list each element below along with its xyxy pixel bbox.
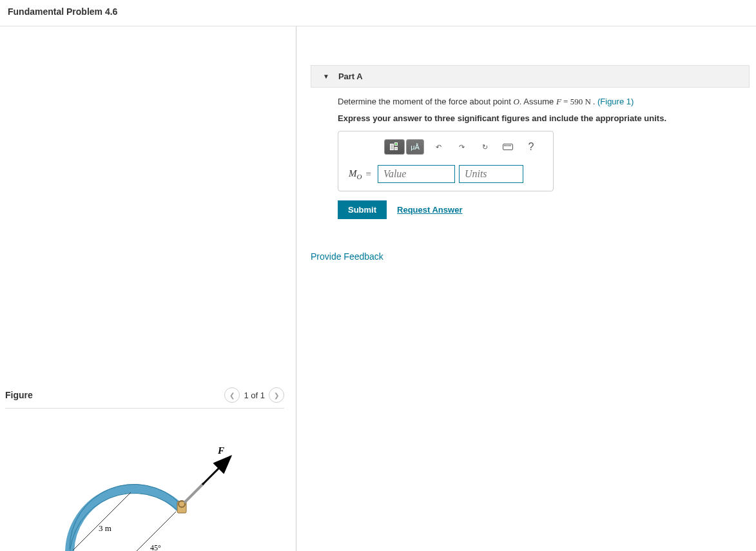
keyboard-button[interactable] xyxy=(499,139,517,155)
equals-sign: = xyxy=(365,169,371,180)
redo-button[interactable]: ↷ xyxy=(452,139,470,155)
reset-icon: ↻ xyxy=(482,143,488,151)
button-row: Submit Request Answer xyxy=(338,200,750,219)
diagram-svg: O 3 m 45° xyxy=(44,434,250,551)
question-mid: . Assume xyxy=(519,97,556,106)
figure-nav: ❮ 1 of 1 ❯ xyxy=(224,387,284,403)
undo-icon: ↶ xyxy=(436,143,441,151)
radius-label: 3 m xyxy=(99,523,111,533)
figure-link[interactable]: (Figure 1) xyxy=(597,97,634,106)
part-a-body: Determine the moment of the force about … xyxy=(311,88,750,219)
force-label: F xyxy=(217,445,224,456)
figure-nav-text: 1 of 1 xyxy=(244,391,265,400)
value-input[interactable] xyxy=(378,165,455,183)
undo-button[interactable]: ↶ xyxy=(429,139,447,155)
chevron-left-icon: ❮ xyxy=(229,392,235,399)
help-icon: ? xyxy=(528,141,534,153)
svg-line-17 xyxy=(202,456,231,485)
answer-var-sub: O xyxy=(357,173,362,180)
provide-feedback-link[interactable]: Provide Feedback xyxy=(311,251,383,262)
answer-var-main: M xyxy=(349,168,357,179)
part-a-title: Part A xyxy=(338,72,363,81)
page-header: Fundamental Problem 4.6 xyxy=(0,0,756,26)
part-a-header[interactable]: ▼ Part A xyxy=(311,65,750,88)
figure-prev-button[interactable]: ❮ xyxy=(224,387,240,403)
mu-angstrom-icon: μÅ xyxy=(411,143,420,151)
caret-down-icon: ▼ xyxy=(323,73,329,80)
template-button[interactable] xyxy=(384,139,405,155)
figure-section: Figure ❮ 1 of 1 ❯ xyxy=(5,387,284,551)
answer-variable: MO xyxy=(349,168,362,180)
reset-button[interactable]: ↻ xyxy=(476,139,494,155)
request-answer-link[interactable]: Request Answer xyxy=(397,205,462,215)
question-prefix: Determine the moment of the force about … xyxy=(338,97,513,106)
right-panel: ▼ Part A Determine the moment of the for… xyxy=(296,26,756,551)
answer-row: MO = xyxy=(349,165,543,183)
angle-label: 45° xyxy=(150,543,161,551)
units-format-button[interactable]: μÅ xyxy=(406,139,424,155)
chevron-right-icon: ❯ xyxy=(274,392,279,399)
answer-input-box: μÅ ↶ ↷ ↻ ? xyxy=(338,131,554,191)
redo-icon: ↷ xyxy=(459,143,465,151)
figure-diagram: O 3 m 45° xyxy=(5,434,284,551)
input-toolbar: μÅ ↶ ↷ ↻ ? xyxy=(384,139,543,155)
submit-button[interactable]: Submit xyxy=(338,200,387,219)
main-content: Figure ❮ 1 of 1 ❯ xyxy=(0,26,756,551)
template-icon xyxy=(390,142,399,151)
figure-title: Figure xyxy=(5,390,33,400)
point-var: O xyxy=(513,97,519,106)
force-value: = 590 N . xyxy=(561,97,595,106)
help-button[interactable]: ? xyxy=(522,139,540,155)
svg-line-16 xyxy=(184,483,204,503)
figure-header: Figure ❮ 1 of 1 ❯ xyxy=(5,387,284,409)
force-var: F xyxy=(556,97,561,106)
question-text: Determine the moment of the force about … xyxy=(338,97,750,107)
left-panel: Figure ❮ 1 of 1 ❯ xyxy=(0,26,296,551)
keyboard-icon xyxy=(503,144,513,150)
answer-instruction: Express your answer to three significant… xyxy=(338,113,750,123)
figure-next-button[interactable]: ❯ xyxy=(269,387,284,403)
units-input[interactable] xyxy=(459,165,523,183)
page-title: Fundamental Problem 4.6 xyxy=(8,6,748,17)
